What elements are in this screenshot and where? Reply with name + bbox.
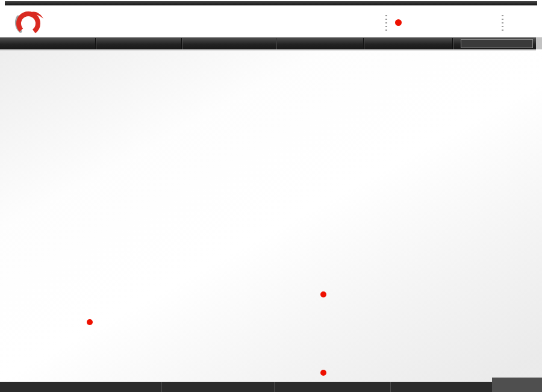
- footer-divider: [274, 382, 275, 392]
- footer-divider: [161, 382, 162, 392]
- front-view-label: [320, 291, 332, 297]
- footer-bar: [0, 382, 492, 392]
- red-bullet-icon: [320, 291, 326, 297]
- booth-3d-render: [0, 0, 542, 392]
- top-view-label: [320, 370, 332, 376]
- red-bullet-icon: [320, 370, 326, 376]
- page: [0, 0, 542, 392]
- footer-end-cap: [492, 378, 542, 392]
- perspective-view-label: [87, 319, 98, 325]
- red-bullet-icon: [87, 319, 93, 325]
- footer-divider: [390, 382, 391, 392]
